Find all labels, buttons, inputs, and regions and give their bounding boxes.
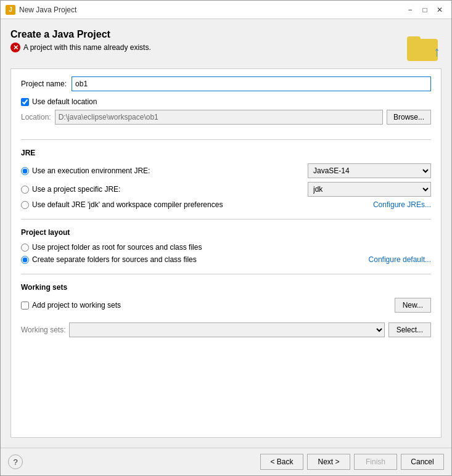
card-inner: Project name: Use default location Locat… bbox=[11, 69, 441, 437]
error-icon: ✕ bbox=[10, 43, 20, 52]
location-row: Location: Browse... bbox=[21, 110, 431, 125]
jre-radio3-row: Use default JRE 'jdk' and workspace comp… bbox=[21, 200, 431, 209]
page-title: Create a Java Project bbox=[10, 29, 151, 40]
folder-icon: ↑ bbox=[407, 31, 442, 61]
window-controls: − □ ✕ bbox=[403, 3, 446, 17]
working-sets-select-row: Working sets: Select... bbox=[21, 322, 431, 337]
jre-radio1-label: Use an execution environment JRE: bbox=[32, 166, 308, 175]
working-sets-checkbox-row: Add project to working sets bbox=[21, 301, 121, 310]
project-name-input[interactable] bbox=[72, 76, 431, 91]
working-sets-header: Working sets bbox=[21, 283, 431, 293]
jre-environment-dropdown[interactable]: JavaSE-14 JavaSE-11 JavaSE-8 bbox=[308, 163, 431, 178]
bottom-bar: ? < Back Next > Finish Cancel bbox=[1, 448, 451, 475]
window-title: New Java Project bbox=[19, 6, 403, 14]
folder-arrow-icon: ↑ bbox=[434, 45, 440, 59]
layout-radio1-row: Use project folder as root for sources a… bbox=[21, 243, 431, 252]
default-location-checkbox[interactable] bbox=[21, 98, 29, 106]
jre-radio1-row: Use an execution environment JRE: JavaSE… bbox=[21, 163, 431, 178]
maximize-button[interactable]: □ bbox=[418, 3, 432, 17]
new-working-set-button[interactable]: New... bbox=[395, 298, 431, 313]
jre-radio3-content: Use default JRE 'jdk' and workspace comp… bbox=[32, 200, 431, 209]
working-sets-checkbox[interactable] bbox=[21, 302, 29, 310]
layout-radio2-label: Create separate folders for sources and … bbox=[32, 255, 369, 264]
working-sets-checkbox-label: Add project to working sets bbox=[32, 301, 121, 310]
configure-jres-link[interactable]: Configure JREs... bbox=[373, 200, 431, 209]
cancel-button[interactable]: Cancel bbox=[401, 454, 444, 470]
jre-radio1[interactable] bbox=[21, 167, 29, 175]
default-location-label: Use default location bbox=[32, 97, 97, 106]
error-message: A project with this name already exists. bbox=[23, 43, 151, 52]
browse-button[interactable]: Browse... bbox=[387, 110, 431, 125]
jre-radio2[interactable] bbox=[21, 186, 29, 194]
working-sets-dropdown[interactable] bbox=[69, 322, 384, 337]
working-sets-label: Working sets: bbox=[21, 326, 65, 334]
layout-radio2[interactable] bbox=[21, 256, 29, 264]
next-button[interactable]: Next > bbox=[307, 454, 350, 470]
location-label: Location: bbox=[21, 113, 51, 121]
layout-radio1-label: Use project folder as root for sources a… bbox=[32, 243, 431, 252]
close-button[interactable]: ✕ bbox=[433, 3, 446, 17]
project-name-row: Project name: bbox=[21, 76, 431, 91]
jre-divider bbox=[21, 139, 431, 140]
jre-radio3[interactable] bbox=[21, 201, 29, 209]
header-left: Create a Java Project ✕ A project with t… bbox=[10, 29, 151, 52]
project-name-label: Project name: bbox=[21, 80, 67, 88]
navigation-buttons: < Back Next > Finish Cancel bbox=[260, 454, 444, 470]
default-location-row: Use default location bbox=[21, 97, 431, 106]
layout-radio2-content: Create separate folders for sources and … bbox=[32, 255, 431, 264]
content-area: Create a Java Project ✕ A project with t… bbox=[1, 19, 451, 448]
working-sets-row: Add project to working sets New... bbox=[21, 298, 431, 313]
error-row: ✕ A project with this name already exist… bbox=[10, 43, 151, 52]
select-working-set-button[interactable]: Select... bbox=[388, 322, 431, 337]
project-layout-header: Project layout bbox=[21, 228, 431, 238]
layout-divider bbox=[21, 219, 431, 220]
jre-section-header: JRE bbox=[21, 149, 431, 158]
help-button[interactable]: ? bbox=[8, 454, 23, 469]
jre-specific-dropdown[interactable]: jdk bbox=[308, 182, 431, 197]
window-icon: J bbox=[6, 5, 15, 15]
back-button[interactable]: < Back bbox=[260, 454, 303, 470]
jre-radio2-label: Use a project specific JRE: bbox=[32, 185, 308, 194]
page-header: Create a Java Project ✕ A project with t… bbox=[10, 29, 442, 61]
finish-button[interactable]: Finish bbox=[354, 454, 397, 470]
window: J New Java Project − □ ✕ Create a Java P… bbox=[0, 0, 452, 476]
main-card: Project name: Use default location Locat… bbox=[10, 68, 442, 438]
layout-radio1[interactable] bbox=[21, 244, 29, 252]
location-input[interactable] bbox=[55, 110, 383, 125]
configure-default-link[interactable]: Configure default... bbox=[369, 255, 431, 264]
jre-radio2-row: Use a project specific JRE: jdk bbox=[21, 182, 431, 197]
minimize-button[interactable]: − bbox=[403, 3, 417, 17]
title-bar: J New Java Project − □ ✕ bbox=[1, 1, 451, 19]
working-sets-divider bbox=[21, 274, 431, 274]
layout-radio2-row: Create separate folders for sources and … bbox=[21, 255, 431, 264]
jre-radio3-label: Use default JRE 'jdk' and workspace comp… bbox=[32, 200, 373, 209]
